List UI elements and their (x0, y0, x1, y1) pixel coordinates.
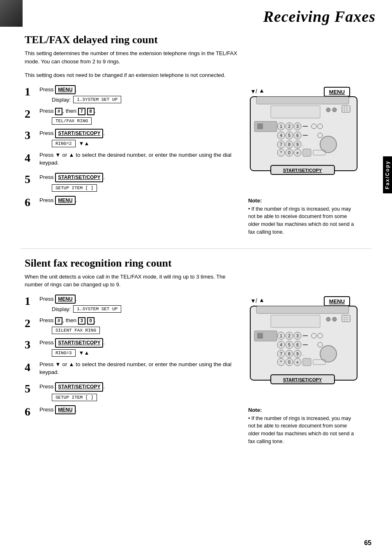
step-2-6: 6 Press MENU. (25, 405, 240, 418)
menu-key: MENU (55, 405, 75, 415)
key8: 8 (87, 108, 95, 115)
svg-text:1: 1 (280, 334, 282, 338)
step-text: Press START/SET/COPY. (39, 173, 240, 182)
then-label: then (66, 108, 78, 114)
svg-point-61 (332, 317, 337, 321)
section1-desc2: This setting does not need to be changed… (25, 71, 238, 79)
step-content: Press MENU. Display: 1.SYSTEM SET UP (39, 295, 240, 313)
display-label: Display: (52, 306, 71, 312)
section-silent-fax: Silent fax recognition ring count When t… (0, 253, 392, 454)
press-label: Press (39, 339, 55, 346)
display-value-2-3: RING=3 (52, 349, 76, 357)
svg-text:7: 7 (280, 352, 282, 356)
svg-text:8: 8 (288, 142, 291, 147)
svg-text:▲: ▲ (259, 87, 265, 94)
startsetcopy-key: START/SET/COPY (55, 173, 103, 182)
display-value-2-2: SILENT FAX RING (52, 327, 100, 334)
svg-point-8 (326, 108, 330, 112)
step-1-1: 1 Press MENU. Display: 1.SYSTEM SET UP (25, 85, 240, 104)
step-content: Press START/SET/COPY. SETUP ITEM [ ] (39, 173, 240, 192)
display-value-1-2: TEL/FAX RING (52, 117, 92, 125)
step-2-4: 4 Press ▼ or ▲ to select the desired num… (25, 361, 240, 378)
section1-title: TEL/FAX delayed ring count (25, 34, 371, 46)
svg-text:2: 2 (288, 124, 291, 129)
svg-text:START/SET/COPY: START/SET/COPY (283, 168, 322, 173)
svg-point-9 (332, 108, 337, 112)
step-content: Press ▼ or ▲ to select the desired numbe… (39, 361, 240, 378)
section2-desc: When the unit detects a voice call in th… (25, 273, 238, 289)
page-number: 65 (364, 539, 371, 547)
startsetcopy-key: START/SET/COPY (55, 338, 103, 348)
step-content: Press #, then 3 0. SILENT FAX RING (39, 317, 240, 334)
svg-rect-16 (257, 123, 263, 129)
step-number: 2 (25, 318, 36, 329)
hash-key: # (55, 108, 62, 115)
section1-note: Note: • If the number of rings is increa… (248, 197, 371, 236)
section1-steps: 1 Press MENU. Display: 1.SYSTEM SET UP 2 (25, 85, 240, 236)
section2-content: 1 Press MENU. Display: 1.SYSTEM SET UP 2 (25, 295, 371, 446)
press-label: Press (39, 406, 55, 413)
display-value-1-3: RING=2 (52, 140, 76, 147)
svg-rect-48 (303, 149, 311, 156)
menu-key: MENU (55, 196, 75, 205)
step-text: Press START/SET/COPY. (39, 129, 240, 138)
section2-title: Silent fax recognition ring count (25, 257, 371, 269)
step-content: Press MENU. Display: 1.SYSTEM SET UP (39, 85, 240, 104)
section1-desc1: This setting determines the number of ti… (25, 49, 238, 65)
svg-text:6: 6 (296, 343, 299, 347)
svg-text:#: # (296, 151, 298, 155)
press-label: Press (39, 174, 55, 180)
step-2-3: 3 Press START/SET/COPY. RING=3 ▼▲ (25, 338, 240, 357)
svg-text:5: 5 (288, 133, 291, 138)
step-content: Press MENU. (39, 405, 240, 416)
step-content: Press MENU. (39, 196, 240, 207)
key0: 0 (87, 317, 95, 325)
svg-text:4: 4 (280, 133, 282, 138)
svg-rect-7 (271, 106, 320, 118)
side-tab: Fax/Copy (383, 156, 392, 193)
svg-text:3: 3 (296, 334, 299, 338)
svg-rect-6 (256, 97, 349, 104)
display-value-2-5: SETUP ITEM [ ] (52, 394, 97, 401)
svg-text:7: 7 (280, 142, 282, 147)
svg-text:*: * (280, 360, 282, 365)
display-value-2-1: 1.SYSTEM SET UP (73, 305, 121, 313)
page-thumbnail (0, 0, 23, 27)
key7: 7 (78, 108, 85, 115)
display-label: Display: (52, 97, 71, 103)
then-label: then (66, 317, 78, 323)
display-value-1-5: SETUP ITEM [ ] (52, 184, 97, 192)
fax-device-svg-2: ▼ / ▲ MENU (248, 295, 359, 402)
step-2-2: 2 Press #, then 3 0. SILENT FAX RING (25, 317, 240, 334)
step-content: Press START/SET/COPY. RING=2 ▼▲ (39, 129, 240, 147)
svg-text:9: 9 (296, 142, 299, 147)
step-number: 3 (25, 339, 36, 351)
svg-text:5: 5 (288, 343, 291, 347)
press-label: Press (39, 296, 55, 302)
step-2-5: 5 Press START/SET/COPY. SETUP ITEM [ ] (25, 382, 240, 401)
svg-text:4: 4 (280, 343, 282, 347)
svg-text:6: 6 (296, 133, 299, 138)
step-number: 6 (25, 197, 36, 208)
page-title: Receiving Faxes (263, 8, 376, 25)
step-content: Press START/SET/COPY. RING=3 ▼▲ (39, 338, 240, 357)
svg-text:▼: ▼ (250, 297, 256, 304)
step-text: Press MENU. (39, 405, 240, 415)
press-label: Press (39, 197, 55, 203)
note-text: • If the number of rings is increased, y… (248, 415, 359, 446)
step-text: Press #, then 3 0. (39, 317, 240, 325)
step-content: Press ▼ or ▲ to select the desired numbe… (39, 151, 240, 169)
svg-text:*: * (280, 151, 282, 155)
step-text: Press ▼ or ▲ to select the desired numbe… (39, 361, 240, 376)
svg-rect-58 (256, 306, 349, 313)
svg-text:9: 9 (296, 352, 299, 356)
step-number: 2 (25, 108, 36, 120)
press-label: Press (39, 383, 55, 390)
svg-point-60 (326, 317, 330, 321)
device-illustration-2: ▼ / ▲ MENU (248, 295, 371, 446)
svg-text:8: 8 (288, 352, 291, 356)
step-number: 4 (25, 152, 36, 164)
svg-text:.: . (302, 352, 304, 356)
display-value-1-1: 1.SYSTEM SET UP (73, 96, 121, 103)
svg-text:/: / (256, 297, 257, 304)
